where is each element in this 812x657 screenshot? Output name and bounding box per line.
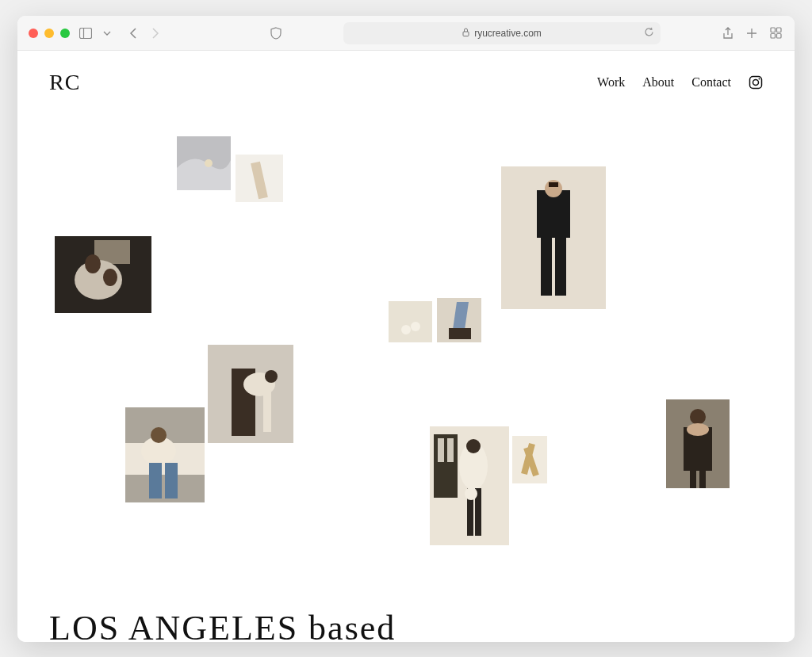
gallery-photo[interactable]: [55, 236, 151, 313]
chevron-down-icon: [103, 31, 111, 36]
nav-about[interactable]: About: [642, 75, 674, 90]
hero-headline: LOS ANGELES based: [49, 608, 396, 642]
svg-rect-22: [263, 388, 271, 432]
gallery-photo[interactable]: [236, 155, 283, 202]
chrome-right-icons: [720, 25, 783, 41]
nav-work[interactable]: Work: [597, 75, 625, 90]
gallery-photo[interactable]: [389, 301, 432, 342]
gallery: [17, 103, 795, 610]
tabs-icon: [770, 27, 782, 39]
sidebar-icon: [79, 28, 92, 39]
gallery-photo[interactable]: [125, 407, 205, 502]
forward-icon: [151, 28, 159, 39]
svg-point-8: [753, 80, 759, 86]
svg-point-26: [151, 427, 167, 443]
svg-rect-28: [165, 463, 178, 498]
svg-point-30: [401, 325, 411, 334]
svg-rect-33: [449, 328, 471, 339]
logo[interactable]: RC: [49, 70, 80, 95]
new-tab-button[interactable]: [744, 25, 760, 41]
nav-contact[interactable]: Contact: [691, 75, 731, 90]
url-text: ryucreative.com: [474, 28, 542, 39]
gallery-photo[interactable]: [666, 399, 730, 488]
svg-rect-41: [434, 434, 458, 498]
gallery-photo[interactable]: [437, 298, 481, 342]
traffic-lights: [29, 29, 70, 38]
svg-rect-4: [776, 28, 781, 32]
instagram-icon: [749, 75, 763, 90]
svg-rect-3: [771, 28, 776, 32]
svg-point-45: [466, 439, 481, 453]
svg-point-17: [103, 269, 117, 286]
instagram-link[interactable]: [749, 75, 763, 90]
gallery-photo[interactable]: [208, 345, 293, 443]
plus-icon: [746, 28, 757, 39]
shield-icon: [270, 27, 282, 40]
svg-rect-0: [80, 28, 92, 38]
back-button[interactable]: [124, 25, 143, 41]
refresh-button[interactable]: [644, 27, 654, 40]
svg-rect-39: [555, 236, 566, 296]
svg-point-55: [687, 423, 709, 436]
maximize-window-button[interactable]: [60, 29, 70, 38]
svg-point-9: [759, 78, 760, 80]
forward-button[interactable]: [146, 25, 165, 41]
svg-point-48: [465, 487, 477, 500]
svg-rect-54: [699, 469, 706, 488]
svg-point-31: [411, 322, 420, 331]
svg-rect-42: [438, 438, 444, 462]
browser-chrome: ryucreative.com: [17, 16, 795, 51]
svg-point-21: [265, 370, 278, 383]
lock-icon: [462, 28, 469, 38]
svg-rect-53: [690, 469, 696, 488]
share-button[interactable]: [720, 25, 736, 41]
back-icon: [129, 28, 137, 39]
gallery-photo[interactable]: [501, 166, 606, 309]
svg-rect-38: [541, 236, 552, 296]
sidebar-toggle-button[interactable]: [78, 25, 94, 41]
tab-dropdown-button[interactable]: [102, 25, 113, 41]
svg-point-52: [690, 409, 706, 425]
main-nav: Work About Contact: [597, 75, 763, 90]
privacy-shield-button[interactable]: [268, 25, 284, 41]
gallery-photo[interactable]: [512, 436, 547, 483]
page-content: RC Work About Contact LOS ANGELES b: [17, 51, 795, 642]
refresh-icon: [644, 27, 654, 37]
svg-point-16: [85, 254, 101, 273]
gallery-photo[interactable]: [177, 136, 231, 190]
site-header: RC Work About Contact: [17, 51, 795, 103]
minimize-window-button[interactable]: [44, 29, 54, 38]
tab-overview-button[interactable]: [768, 25, 783, 41]
close-window-button[interactable]: [29, 29, 38, 38]
svg-rect-27: [149, 463, 162, 498]
svg-rect-37: [549, 182, 558, 187]
svg-rect-43: [447, 438, 454, 462]
browser-window: ryucreative.com RC Work Abou: [17, 16, 795, 642]
svg-rect-7: [750, 77, 762, 89]
svg-rect-6: [776, 34, 781, 39]
share-icon: [722, 27, 733, 40]
svg-rect-2: [463, 32, 469, 36]
nav-buttons: [124, 25, 165, 41]
gallery-photo[interactable]: [430, 426, 509, 545]
svg-rect-5: [771, 34, 776, 39]
svg-point-11: [205, 159, 213, 167]
svg-rect-29: [389, 301, 432, 342]
url-bar-wrapper: ryucreative.com: [292, 22, 712, 44]
url-bar[interactable]: ryucreative.com: [343, 22, 661, 44]
